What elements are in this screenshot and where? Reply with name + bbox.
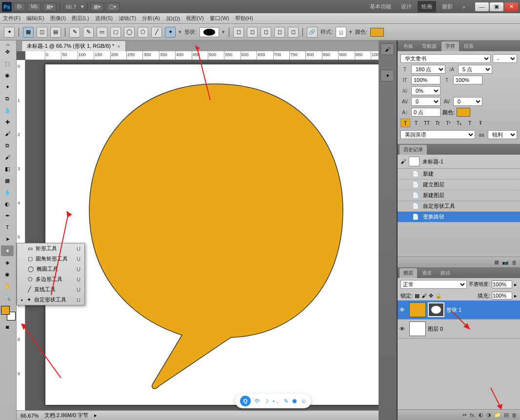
fill-input[interactable] <box>492 292 512 300</box>
lock-all-icon[interactable]: 🔒 <box>435 293 442 299</box>
menu-image[interactable]: 图像(I) <box>50 15 66 22</box>
zoom-select[interactable]: 66.7 <box>63 3 79 11</box>
window-close-button[interactable]: ✕ <box>504 2 518 11</box>
layer-row[interactable]: 👁 图层 0 <box>398 320 520 339</box>
mode-fill-icon[interactable]: ▤ <box>50 27 61 38</box>
ime-logo-icon[interactable]: Q <box>240 396 251 406</box>
fill-arrow-icon[interactable]: ▸ <box>514 293 517 299</box>
ptab-swatches[interactable]: 色板 <box>400 41 417 51</box>
tool-brush[interactable]: 🖌 <box>1 128 14 139</box>
layer-adjust-icon[interactable]: ◑ <box>486 412 491 418</box>
ptab-layers[interactable]: 图层 <box>400 268 417 278</box>
tool-move[interactable]: ✥ <box>1 46 14 57</box>
tool-3d-camera[interactable]: ◉ <box>1 269 14 280</box>
workspace-basic[interactable]: 基本功能 <box>366 1 395 12</box>
ptab-paragraph[interactable]: 段落 <box>460 41 478 51</box>
fill-color-swatch[interactable] <box>370 28 384 37</box>
lang-select[interactable]: 美国英语 <box>400 130 475 139</box>
opacity-arrow-icon[interactable]: ▸ <box>514 281 517 288</box>
ime-lang[interactable]: 中 <box>255 398 260 405</box>
history-new-doc-icon[interactable]: ▦ <box>494 259 499 265</box>
tt-strike[interactable]: Ŧ <box>476 119 485 127</box>
layer-fx-icon[interactable]: fx. <box>470 412 476 418</box>
tool-shape[interactable]: ✦ <box>1 245 14 256</box>
history-item[interactable]: 📄建立图层 <box>398 180 520 190</box>
menu-analysis[interactable]: 分析(A) <box>142 15 160 22</box>
layer-mask-icon[interactable]: ◐ <box>479 412 483 418</box>
menu-layer[interactable]: 图层(L) <box>72 15 89 22</box>
font-family-select[interactable]: 华文隶书 <box>400 54 491 63</box>
style-none-icon[interactable]: ⍁ <box>336 27 346 38</box>
shape-pen-icon[interactable]: ✎ <box>69 27 80 38</box>
tool-wand[interactable]: ✦ <box>1 81 14 92</box>
arrange-button[interactable]: ▦▾ <box>90 2 104 11</box>
workspace-photo[interactable]: 摄影 <box>438 1 457 12</box>
history-delete-icon[interactable]: 🗑 <box>512 260 517 265</box>
tool-stamp[interactable]: ⧉ <box>1 140 14 151</box>
menu-3d[interactable]: 3D(D) <box>166 16 180 21</box>
lock-position-icon[interactable]: ✥ <box>429 293 433 299</box>
document-tab[interactable]: 未标题-1 @ 66.7% (形状 1, RGB/8) * × <box>21 40 126 51</box>
aa-select[interactable]: 锐利 <box>488 130 517 139</box>
combine-exclude-icon[interactable]: ◻ <box>288 27 299 38</box>
screenmode-button[interactable]: ▢▾ <box>106 2 120 11</box>
font-style-select[interactable]: - <box>493 54 517 63</box>
tool-type[interactable]: T <box>1 222 14 233</box>
toolbox-grip[interactable]: ▸▸ <box>1 42 15 45</box>
tt-italic[interactable]: T <box>411 119 421 127</box>
combine-add-icon[interactable]: ◻ <box>247 27 258 38</box>
baseline-input[interactable] <box>411 108 440 117</box>
workspace-design[interactable]: 设计 <box>397 1 416 12</box>
ptab-paths[interactable]: 路径 <box>437 268 454 278</box>
color-fgbg[interactable] <box>1 306 16 320</box>
layer-delete-icon[interactable]: 🗑 <box>512 412 517 418</box>
quickmask-toggle[interactable]: ◙ <box>1 321 14 332</box>
tool-crop[interactable]: ⧉ <box>1 93 14 104</box>
shape-preview[interactable] <box>200 27 219 37</box>
layer-mask-thumb[interactable] <box>428 302 444 317</box>
tt-sub[interactable]: T₁ <box>454 119 464 127</box>
history-snapshot-icon[interactable]: 📷 <box>502 259 509 265</box>
tool-hand[interactable]: ✋ <box>1 280 14 291</box>
minibridge-button[interactable]: Mb <box>27 2 41 11</box>
ime-emoji-icon[interactable]: ☺ <box>301 398 306 404</box>
history-item[interactable]: 📄变换路径 <box>398 212 520 222</box>
history-item[interactable]: 📄新建图层 <box>398 190 520 201</box>
tt-super[interactable]: T¹ <box>443 119 453 127</box>
layer-thumb[interactable] <box>409 302 426 317</box>
ime-shield-icon[interactable]: ⬢ <box>292 398 297 404</box>
tt-allcaps[interactable]: TT <box>422 119 432 127</box>
menu-help[interactable]: 帮助(H) <box>235 15 253 22</box>
shape-ellipse-icon[interactable]: ◯ <box>124 27 135 38</box>
shape-polygon-icon[interactable]: ⬠ <box>138 27 148 38</box>
menu-view[interactable]: 视图(V) <box>186 15 204 22</box>
menu-file[interactable]: 文件(F) <box>3 15 20 22</box>
workspace-paint[interactable]: 绘画 <box>418 1 436 12</box>
layer-name[interactable]: 图层 0 <box>428 325 443 333</box>
history-item[interactable]: 📄新建 <box>398 169 520 180</box>
tracking1-select[interactable]: 0% <box>411 86 440 95</box>
tool-blur[interactable]: 💧 <box>1 187 14 198</box>
ruler-vertical[interactable]: 0123456789 <box>17 60 25 410</box>
mode-path-icon[interactable]: ◫ <box>37 27 47 38</box>
blend-mode-select[interactable]: 正常 <box>400 280 467 289</box>
shape-line-icon[interactable]: ╱ <box>151 27 162 38</box>
ruler-horizontal[interactable]: 0501001502002503003504004505005506006507… <box>25 51 379 60</box>
menu-window[interactable]: 窗口(W) <box>210 15 229 22</box>
window-maximize-button[interactable]: ▣ <box>490 2 503 11</box>
tool-heal[interactable]: ✚ <box>1 117 14 127</box>
tracking2-select[interactable]: 0 <box>411 97 440 106</box>
font-size-select[interactable]: 180 点 <box>411 65 445 74</box>
link-icon[interactable]: 🔗 <box>307 27 318 38</box>
tt-smallcaps[interactable]: Tr <box>433 119 442 127</box>
tool-marquee[interactable]: ⬚ <box>1 58 14 69</box>
flyout-polygon[interactable]: ⬠多边形工具U <box>17 274 84 284</box>
menu-select[interactable]: 选择(S) <box>95 15 113 22</box>
tool-history-brush[interactable]: 🖌 <box>1 152 14 162</box>
mode-shapelayer-icon[interactable]: ▦ <box>23 27 34 38</box>
status-arrow-icon[interactable]: ▸ <box>94 412 97 419</box>
flyout-custom[interactable]: ✦自定形状工具U <box>17 295 84 305</box>
canvas[interactable] <box>45 64 379 405</box>
flyout-roundrect[interactable]: ▢圆角矩形工具U <box>17 254 84 264</box>
menu-filter[interactable]: 滤镜(T) <box>119 15 136 22</box>
